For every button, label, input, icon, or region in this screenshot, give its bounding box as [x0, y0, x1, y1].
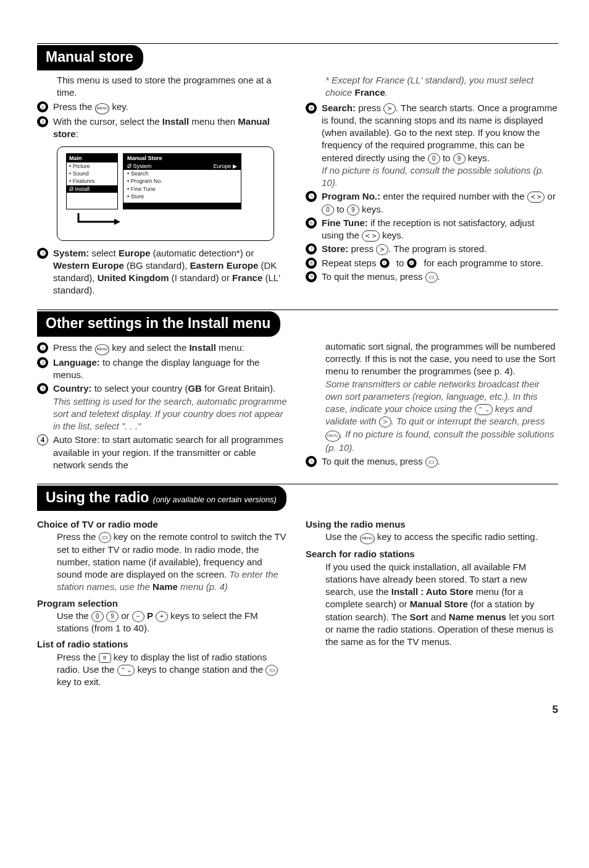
right-key-icon: ≻ [379, 416, 391, 428]
t: menu: [216, 342, 244, 353]
s1-step2-e: : [76, 129, 78, 139]
t: (I standard) or [169, 272, 233, 283]
updown-key-icon: ⌃ ⌄ [117, 665, 135, 676]
t: Install : Auto Store [391, 586, 474, 597]
t: . [438, 456, 440, 466]
key-0-icon: 0 [428, 153, 440, 164]
t: Install [189, 342, 215, 353]
t: Repeat steps [322, 258, 379, 268]
step-marker-2: ❷ [37, 357, 48, 368]
menu-key-icon: MENU [325, 431, 340, 442]
t: Language: [53, 357, 100, 368]
t: to [334, 204, 347, 214]
menu-row-label: • Store [127, 193, 144, 200]
t: Eastern Europe [190, 260, 258, 271]
section-title-other-settings: Other settings in the Install menu [37, 311, 280, 337]
exit-key-icon: ▭ [425, 272, 438, 283]
step-marker-5: ❺ [306, 456, 317, 467]
step-marker-1: ❶ [37, 342, 48, 353]
step-marker-8: ❽ [306, 258, 317, 269]
key-9-icon: 9 [347, 204, 359, 216]
step-marker-4: ❹ [306, 103, 317, 114]
step-marker-3: ❸ [37, 248, 48, 259]
step-marker-1: ❶ [37, 101, 48, 112]
leftright-key-icon: ≺ ≻ [527, 192, 545, 203]
t: France [232, 272, 262, 283]
menu-right-title: Manual Store [123, 154, 241, 162]
t: key and select the [109, 342, 189, 353]
menu-left-item: • Features [67, 177, 117, 185]
minus-key-icon: − [132, 611, 144, 622]
menu-row-label: • Fine Tune [127, 185, 156, 193]
step-marker-5: ❺ [306, 191, 317, 202]
h-list-stations: List of radio stations [37, 638, 290, 651]
right-para: automatic sort signal, the programmes wi… [306, 340, 558, 378]
section3-title-text: Using the radio [46, 489, 149, 505]
t: Name [152, 581, 178, 592]
right-key-icon: ≻ [376, 244, 388, 255]
t: keys. [380, 230, 404, 240]
s1-step2-a: With the cursor, select the [53, 116, 162, 127]
menu-right-row: • Fine Tune [123, 185, 241, 193]
menu-left-item-selected: Ǿ Install [67, 185, 117, 193]
t: press [356, 103, 383, 113]
menu-right-row: • Search [123, 170, 241, 177]
menu-row-value: Europe ▶ [213, 162, 237, 170]
s1-step2-install: Install [162, 116, 189, 127]
menu-row-label: • Search [127, 170, 148, 177]
ref-step-8: ❽ [407, 258, 417, 268]
menu-left-item: • Picture [67, 162, 117, 170]
t: to [440, 153, 453, 163]
t: Press the [57, 652, 99, 662]
t: Sort [409, 612, 428, 622]
tv-key-icon: ▭ [99, 532, 111, 543]
list-key-icon: ≡ [99, 653, 111, 663]
t: To quit the menus, press [322, 271, 425, 282]
menu-row-label: Ǿ System [127, 162, 152, 170]
t: Store: [322, 243, 348, 254]
menu-right-row: • Program No. [123, 177, 241, 185]
menu-key-icon: MENU [95, 344, 110, 355]
menu-right-row: • Store [123, 193, 241, 200]
key-9-icon: 9 [106, 611, 119, 622]
step-marker-2: ❷ [37, 116, 48, 127]
menu-right-row-selected: Ǿ System Europe ▶ [123, 162, 241, 170]
right-key-icon: ≻ [383, 103, 396, 114]
t: Fine Tune: [322, 217, 368, 228]
key-0-icon: 0 [322, 204, 334, 216]
step-marker-7: ❼ [306, 243, 317, 255]
menu-left-title: Main [67, 154, 117, 162]
t: United Kingdom [98, 272, 169, 283]
t: Press the [53, 342, 95, 353]
t: Use the [57, 610, 91, 621]
menu-blackbar [123, 203, 241, 209]
page-number: 5 [37, 703, 558, 717]
exit-key-icon: ▭ [265, 665, 278, 676]
s1-step2-c: menu then [189, 116, 238, 127]
t: keys to change station and the [135, 664, 265, 675]
menu-row-label: • Program No. [127, 177, 162, 185]
intro-text: This menu is used to store the programme… [37, 74, 290, 99]
t: for Great Britain). [202, 383, 275, 394]
updown-key-icon: ⌃ ⌄ [475, 404, 493, 415]
menu-left-item: • Sound [67, 170, 117, 177]
t: Europe [119, 248, 151, 258]
note-star-bold: France [355, 87, 385, 98]
t: Program No.: [322, 191, 380, 201]
key-9-icon: 9 [453, 153, 466, 164]
t: menu (p. 4) [178, 581, 228, 592]
step-marker-4-outline: 4 [37, 434, 48, 445]
note-star-end: . [385, 87, 388, 98]
t: . If no picture is found, consult the po… [325, 429, 554, 453]
leftright-key-icon: ≺ ≻ [362, 230, 380, 242]
t: Manual Store [410, 599, 468, 609]
t: Name menus [449, 612, 506, 622]
h-radio-menus: Using the radio menus [306, 518, 558, 531]
t: or [545, 191, 556, 201]
t: . To quit or interrupt the search, press [391, 416, 545, 426]
menu-right-panel: Manual Store Ǿ System Europe ▶ • Search … [123, 153, 241, 209]
t: . [438, 271, 440, 282]
arrow-icon [66, 212, 122, 228]
t: Use the [325, 531, 360, 542]
s1-step3-system: System: [53, 248, 89, 258]
